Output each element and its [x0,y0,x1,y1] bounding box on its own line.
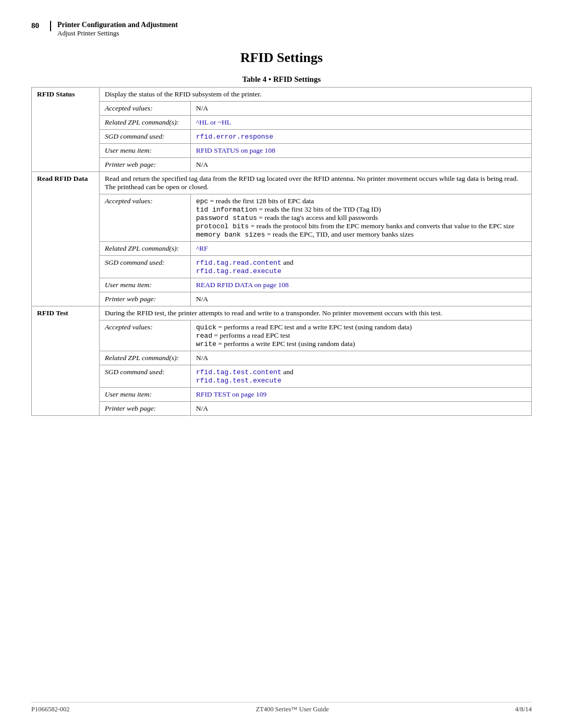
table-row: Related ZPL command(s): N/A [32,351,532,365]
zpl-link-2[interactable]: ^RF [196,244,208,252]
label-menu-3: User menu item: [100,388,191,402]
label-zpl-1: Related ZPL command(s): [100,116,191,130]
label-sgd-1: SGD command used: [100,130,191,144]
table-row: RFID Status Display the status of the RF… [32,88,532,102]
value-menu-1: RFID STATUS on page 108 [191,144,532,158]
label-zpl-2: Related ZPL command(s): [100,242,191,256]
label-web-1: Printer web page: [100,158,191,172]
accepted-value-epc: epc = reads the first 128 bits of EPC da… [196,197,526,205]
value-web-1: N/A [191,158,532,172]
label-zpl-3: Related ZPL command(s): [100,351,191,365]
accepted-value-read: read = performs a read EPC test [196,331,526,340]
table-row: Printer web page: N/A [32,292,532,306]
footer-right: 4/8/14 [515,706,532,713]
label-accepted-values-3: Accepted values: [100,320,191,351]
accepted-value-password: password status = reads the tag's access… [196,214,526,222]
accepted-value-write: write = performs a write EPC test (using… [196,340,526,348]
section-desc-rfid-status: Display the status of the RFID subsystem… [100,88,532,102]
table-row: User menu item: RFID TEST on page 109 [32,388,532,402]
value-menu-2: READ RFID DATA on page 108 [191,278,532,292]
label-web-2: Printer web page: [100,292,191,306]
table-caption: Table 4 • RFID Settings [31,75,532,84]
header-text: Printer Configuration and Adjustment Adj… [57,21,178,38]
value-web-2: N/A [191,292,532,306]
table-row: Accepted values: N/A [32,102,532,116]
label-accepted-values-1: Accepted values: [100,102,191,116]
value-accepted-values-2: epc = reads the first 128 bits of EPC da… [191,194,532,242]
sgd-link-3a[interactable]: rfid.tag.test.content [196,368,282,376]
table-row: Accepted values: epc = reads the first 1… [32,194,532,242]
mono-epc: epc [196,198,208,205]
table-row: SGD command used: rfid.tag.read.content … [32,256,532,278]
section-desc-read-rfid: Read and return the specified tag data f… [100,172,532,194]
mono-quick: quick [196,324,216,331]
mono-write: write [196,340,216,348]
mono-read: read [196,332,212,340]
page-number: 80 [31,21,51,31]
table-row: SGD command used: rfid.tag.test.content … [32,365,532,388]
mono-protocol: protocol bits [196,223,249,230]
rfid-settings-table: RFID Status Display the status of the RF… [31,87,532,416]
value-menu-3: RFID TEST on page 109 [191,388,532,402]
table-row: Printer web page: N/A [32,402,532,416]
accepted-value-memory: memory bank sizes = reads the EPC, TID, … [196,230,526,239]
label-web-3: Printer web page: [100,402,191,416]
sgd-link-2a[interactable]: rfid.tag.read.content [196,259,282,267]
table-row: Related ZPL command(s): ^HL or ~HL [32,116,532,130]
label-sgd-3: SGD command used: [100,365,191,388]
label-accepted-values-2: Accepted values: [100,194,191,242]
page-header: 80 Printer Configuration and Adjustment … [31,21,532,38]
footer-left: P1066582-002 [31,706,70,713]
menu-link-2[interactable]: READ RFID DATA on page 108 [196,281,289,289]
header-title: Printer Configuration and Adjustment [57,21,178,29]
accepted-value-protocol: protocol bits = reads the protocol bits … [196,222,526,230]
table-row: Read RFID Data Read and return the speci… [32,172,532,194]
zpl-link-1[interactable]: ^HL or ~HL [196,118,231,126]
table-row: Printer web page: N/A [32,158,532,172]
table-row: Related ZPL command(s): ^RF [32,242,532,256]
mono-memory: memory bank sizes [196,231,265,239]
table-row: RFID Test During the RFID test, the prin… [32,306,532,320]
menu-link-3[interactable]: RFID TEST on page 109 [196,390,266,398]
table-row: Accepted values: quick = performs a read… [32,320,532,351]
value-web-3: N/A [191,402,532,416]
value-sgd-3: rfid.tag.test.content and rfid.tag.test.… [191,365,532,388]
value-zpl-1: ^HL or ~HL [191,116,532,130]
page: 80 Printer Configuration and Adjustment … [0,0,563,728]
page-footer: P1066582-002 ZT400 Series™ User Guide 4/… [31,702,532,713]
section-header-read-rfid: Read RFID Data [32,172,100,306]
mono-password: password status [196,214,257,222]
value-zpl-3: N/A [191,351,532,365]
section-header-rfid-status: RFID Status [32,88,100,172]
header-subtitle: Adjust Printer Settings [57,29,178,38]
menu-link-1[interactable]: RFID STATUS on page 108 [196,146,275,154]
section-desc-rfid-test: During the RFID test, the printer attemp… [100,306,532,320]
footer-center: ZT400 Series™ User Guide [256,706,329,713]
table-row: SGD command used: rfid.error.response [32,130,532,144]
label-sgd-2: SGD command used: [100,256,191,278]
table-row: User menu item: RFID STATUS on page 108 [32,144,532,158]
value-sgd-2: rfid.tag.read.content and rfid.tag.read.… [191,256,532,278]
accepted-value-tid: tid information = reads the first 32 bit… [196,205,526,214]
sgd-link-3b[interactable]: rfid.tag.test.execute [196,377,282,385]
sgd-link-1[interactable]: rfid.error.response [196,133,273,141]
section-header-rfid-test: RFID Test [32,306,100,416]
label-menu-1: User menu item: [100,144,191,158]
page-title: RFID Settings [31,50,532,66]
value-zpl-2: ^RF [191,242,532,256]
value-accepted-values-3: quick = performs a read EPC test and a w… [191,320,532,351]
mono-tid: tid information [196,206,257,214]
sgd-link-2b[interactable]: rfid.tag.read.execute [196,267,282,275]
table-row: User menu item: READ RFID DATA on page 1… [32,278,532,292]
accepted-value-quick: quick = performs a read EPC test and a w… [196,323,526,331]
label-menu-2: User menu item: [100,278,191,292]
value-sgd-1: rfid.error.response [191,130,532,144]
value-accepted-values-1: N/A [191,102,532,116]
